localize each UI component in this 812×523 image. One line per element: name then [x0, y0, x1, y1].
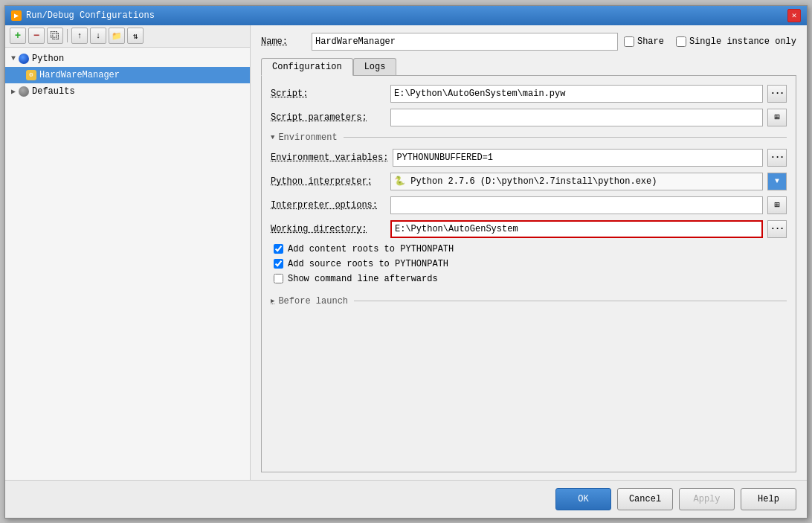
- interp-options-input[interactable]: [390, 196, 763, 214]
- tabs-bar: Configuration Logs: [261, 58, 796, 75]
- working-dir-label: Working directory:: [271, 224, 386, 234]
- footer: OK Cancel Apply Help: [5, 480, 807, 518]
- environment-label: Environment: [278, 132, 337, 143]
- env-vars-row: Environment variables: ···: [271, 149, 787, 167]
- single-instance-checkbox-label[interactable]: Single instance only: [676, 36, 796, 47]
- toolbar-separator-1: [67, 29, 68, 42]
- before-launch-label: Before launch: [278, 296, 348, 307]
- toolbar: + − ⿻ ↑ ↓ 📁 ⇅: [5, 25, 250, 48]
- move-up-button[interactable]: ↑: [71, 28, 88, 44]
- up-icon: ↑: [77, 31, 83, 40]
- working-dir-browse-button[interactable]: ···: [767, 220, 787, 238]
- name-label: Name:: [261, 36, 306, 47]
- sort-icon: ⇅: [133, 31, 138, 41]
- sort-button[interactable]: ⇅: [127, 28, 144, 44]
- folder-icon: 📁: [112, 31, 122, 41]
- name-input[interactable]: [312, 33, 618, 51]
- script-browse-button[interactable]: ···: [767, 85, 787, 103]
- script-params-row: Script parameters: ⊞: [271, 109, 787, 126]
- ok-button[interactable]: OK: [555, 488, 611, 510]
- dots-icon: ···: [770, 89, 784, 99]
- env-vars-browse-button[interactable]: ···: [767, 149, 787, 167]
- dots-icon-2: ···: [770, 153, 784, 163]
- script-params-input[interactable]: [390, 109, 763, 126]
- checkbox-row-1: Add content roots to PYTHONPATH: [274, 244, 787, 254]
- folder-button[interactable]: 📁: [109, 28, 125, 44]
- environment-section-header: Environment: [271, 132, 787, 143]
- share-checkbox-label[interactable]: Share: [624, 36, 664, 47]
- cancel-button[interactable]: Cancel: [617, 488, 673, 510]
- interp-options-row: Interpreter options: ⊞: [271, 196, 787, 214]
- share-label: Share: [637, 36, 664, 47]
- remove-button[interactable]: −: [28, 28, 45, 44]
- script-label: Script:: [271, 89, 386, 99]
- script-row: Script: ···: [271, 85, 787, 103]
- title-bar-left: ▶ Run/Debug Configurations: [11, 10, 155, 21]
- dots-icon-3: ···: [770, 224, 784, 234]
- before-launch-section: Before launch: [271, 296, 787, 307]
- interp-options-label: Interpreter options:: [271, 200, 386, 211]
- share-row: Share Single instance only: [624, 36, 796, 47]
- show-cmd-line-label: Show command line afterwards: [288, 274, 438, 284]
- copy-icon: ⿻: [51, 31, 59, 42]
- left-panel: + − ⿻ ↑ ↓ 📁 ⇅ ▼ Python ⚙ HardWar: [5, 25, 251, 480]
- checkbox-row-2: Add source roots to PYTHONPATH: [274, 259, 787, 269]
- apply-button[interactable]: Apply: [679, 488, 735, 510]
- add-content-roots-checkbox[interactable]: [274, 244, 283, 254]
- title-bar: ▶ Run/Debug Configurations ✕: [5, 6, 807, 25]
- interp-options-browse-button[interactable]: ⊞: [767, 196, 787, 214]
- add-button[interactable]: +: [10, 28, 26, 44]
- remove-icon: −: [33, 30, 39, 42]
- tree-toggle-python[interactable]: ▼: [8, 54, 19, 64]
- expand-icon: ⊞: [774, 112, 779, 123]
- window-body: + − ⿻ ↑ ↓ 📁 ⇅ ▼ Python ⚙ HardWar: [5, 25, 807, 480]
- window-icon: ▶: [11, 10, 22, 21]
- add-content-roots-label: Add content roots to PYTHONPATH: [288, 244, 454, 254]
- tab-content: Script: ··· Script parameters: ⊞ E: [261, 75, 796, 472]
- copy-button[interactable]: ⿻: [47, 28, 63, 44]
- tab-logs[interactable]: Logs: [353, 58, 397, 75]
- script-input[interactable]: [390, 85, 763, 103]
- main-window: ▶ Run/Debug Configurations ✕ + − ⿻ ↑ ↓ 📁…: [4, 5, 808, 519]
- interpreter-dropdown-button[interactable]: ▼: [767, 173, 787, 190]
- window-title: Run/Debug Configurations: [26, 10, 155, 21]
- script-params-label: Script parameters:: [271, 112, 386, 123]
- add-source-roots-checkbox[interactable]: [274, 259, 283, 269]
- down-icon: ↓: [96, 31, 101, 40]
- add-source-roots-label: Add source roots to PYTHONPATH: [288, 259, 448, 269]
- show-cmd-line-checkbox[interactable]: [274, 274, 283, 283]
- tree-item-python-label: Python: [32, 54, 64, 64]
- tree-item-hardwaremanager[interactable]: ⚙ HardWareManager: [5, 67, 250, 83]
- env-vars-label: Environment variables:: [271, 153, 388, 163]
- defaults-icon: [19, 86, 29, 97]
- single-instance-label: Single instance only: [689, 36, 796, 47]
- help-button[interactable]: Help: [741, 488, 796, 510]
- working-dir-row: Working directory: ···: [271, 220, 787, 238]
- interpreter-label: Python interpreter:: [271, 176, 386, 187]
- interpreter-row: Python interpreter: ▼: [271, 173, 787, 190]
- tab-configuration[interactable]: Configuration: [261, 58, 353, 76]
- env-vars-input[interactable]: [393, 149, 763, 167]
- checkbox-row-3: Show command line afterwards: [274, 274, 787, 284]
- script-params-browse-button[interactable]: ⊞: [767, 109, 787, 126]
- add-icon: +: [15, 30, 21, 42]
- expand-icon-2: ⊞: [774, 199, 779, 211]
- tree-toggle-defaults[interactable]: ▶: [8, 86, 19, 97]
- tree-item-python[interactable]: ▼ Python: [5, 51, 250, 67]
- single-instance-checkbox[interactable]: [676, 36, 686, 47]
- tree-item-hardwaremanager-label: HardWareManager: [39, 70, 120, 80]
- working-dir-input[interactable]: [390, 220, 763, 238]
- close-button[interactable]: ✕: [787, 9, 801, 22]
- tree-item-defaults[interactable]: ▶ Defaults: [5, 83, 250, 100]
- right-panel: Name: Share Single instance only Configu…: [251, 25, 807, 480]
- hardwaremanager-icon: ⚙: [26, 70, 36, 80]
- tree-area: ▼ Python ⚙ HardWareManager ▶ Defaults: [5, 48, 250, 480]
- chevron-down-icon: ▼: [775, 177, 779, 185]
- move-down-button[interactable]: ↓: [90, 28, 106, 44]
- name-row: Name: Share Single instance only: [261, 33, 796, 51]
- share-checkbox[interactable]: [624, 36, 634, 47]
- python-group-icon: [19, 54, 29, 64]
- interpreter-input[interactable]: [390, 173, 763, 190]
- tree-item-defaults-label: Defaults: [32, 86, 75, 97]
